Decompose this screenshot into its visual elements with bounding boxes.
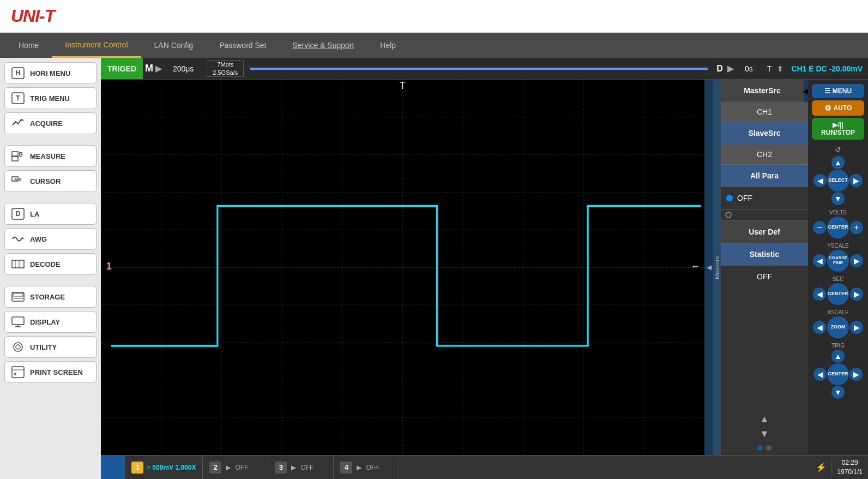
trig-center-button[interactable]: CENTER [827, 363, 849, 385]
ch3-arrow: ▶ [291, 464, 296, 471]
ch4-status[interactable]: 4 ▶ OFF [334, 456, 399, 479]
measure-button[interactable]: B MEASURE [4, 145, 97, 167]
statistic-button[interactable]: Statistic [721, 243, 808, 266]
nav-instrument-control[interactable]: Instrument Control [52, 33, 141, 58]
scroll-down-button[interactable]: ▼ [760, 428, 769, 440]
master-src-button[interactable]: MasterSrc [721, 80, 804, 102]
svg-rect-12 [12, 260, 24, 268]
xscale-left-button[interactable]: ◀ [813, 321, 826, 334]
xscale-center-button[interactable]: ZOOM [827, 316, 849, 338]
utility-button[interactable]: UTILITY [4, 336, 97, 358]
volts-plus-button[interactable]: + [850, 221, 863, 234]
select-left-button[interactable]: ◀ [813, 174, 827, 187]
svg-rect-4 [12, 152, 18, 156]
yscale-right-button[interactable]: ▶ [850, 254, 863, 267]
svg-point-21 [16, 345, 20, 349]
usb-icon: ⚡ [811, 462, 831, 472]
select-center-button[interactable]: SELECT [827, 170, 849, 191]
slave-src-button[interactable]: SlaveSrc [721, 122, 808, 145]
scope-area: TRIGED M ▶ 200μs 7Mpts 2.5GSa/s D ▶ 0s T… [101, 58, 868, 479]
measure-sidebar-bar: Measure [713, 80, 721, 455]
sample-pts: 7Mpts 2.5GSa/s [207, 60, 244, 77]
trig-right-button[interactable]: ▶ [849, 368, 863, 381]
grid-layout-button[interactable] [101, 456, 125, 480]
panel-collapse-btn[interactable]: ◀ [804, 80, 808, 102]
nav-service-support[interactable]: Service & Support [280, 33, 367, 58]
nav-password-set[interactable]: Password Set [206, 33, 279, 58]
triged-indicator: TRIGED [101, 58, 143, 79]
sec-left-button[interactable]: ◀ [813, 288, 826, 301]
trig-down-button[interactable]: ▼ [831, 386, 845, 399]
ch2-select-button[interactable]: CH2 [721, 145, 808, 165]
svg-rect-49 [113, 461, 119, 467]
xscale-right-button[interactable]: ▶ [850, 321, 863, 334]
hori-menu-button[interactable]: H HORI MENU [4, 62, 97, 84]
off2-button[interactable]: OFF [721, 266, 808, 288]
auto-button[interactable]: ⚙ AUTO [812, 100, 865, 116]
select-down-button[interactable]: ▼ [831, 192, 845, 205]
runstop-button[interactable]: ▶/|| RUN/STOP [812, 118, 865, 140]
ch1-select-button[interactable]: CH1 [721, 102, 808, 122]
yscale-center-button[interactable]: COARSEFINE [827, 250, 849, 272]
volts-center-button[interactable]: CENTER [827, 217, 849, 238]
menu-button[interactable]: ☰ MENU [812, 84, 865, 98]
user-def-button[interactable]: User Def [721, 221, 808, 243]
svg-text:A: A [14, 177, 17, 182]
nav-lan-config[interactable]: LAN Config [141, 33, 207, 58]
yscale-left-button[interactable]: ◀ [813, 254, 826, 267]
svg-text:T: T [400, 81, 406, 92]
scroll-up-button[interactable]: ▲ [760, 414, 769, 425]
storage-label: STORAGE [30, 293, 65, 301]
sec-right-button[interactable]: ▶ [850, 288, 863, 301]
trig-menu-label: TRIG MENU [30, 94, 70, 103]
header: UNI-T [0, 0, 868, 33]
mini-waveform [250, 68, 708, 70]
ch3-status[interactable]: 3 ▶ OFF [268, 456, 334, 479]
trig-menu-button[interactable]: T TRIG MENU [4, 87, 97, 109]
right-controls-panel: ☰ MENU ⚙ AUTO ▶/|| RUN/STOP ↺ ▲ [808, 80, 868, 455]
svg-rect-50 [106, 468, 112, 474]
measure-collapse-left[interactable]: ◀ [704, 80, 713, 455]
time-value: 02:29 [842, 459, 858, 466]
scope-screen[interactable]: T 1 ← [101, 80, 704, 455]
scope-status-bar: TRIGED M ▶ 200μs 7Mpts 2.5GSa/s D ▶ 0s T… [101, 58, 868, 80]
sec-center-button[interactable]: CENTER [827, 283, 849, 305]
acquire-icon [10, 117, 26, 129]
hori-menu-icon: H [10, 67, 26, 79]
hori-menu-label: HORI MENU [30, 69, 70, 77]
decode-button[interactable]: DECODE [4, 253, 97, 275]
trig-left-button[interactable]: ◀ [813, 368, 827, 381]
svg-text:T: T [16, 94, 20, 102]
off1-label: OFF [737, 194, 752, 202]
cursor-button[interactable]: AB CURSOR [4, 170, 97, 192]
svg-text:D: D [16, 210, 21, 218]
select-up-button[interactable]: ▲ [831, 156, 845, 169]
select-refresh-button[interactable]: ↺ [833, 144, 843, 155]
svg-rect-5 [12, 157, 18, 161]
left-sidebar: H HORI MENU T TRIG MENU ACQUIRE B MEASUR… [0, 58, 101, 479]
ch1-status[interactable]: 1 ≡ 500mV 1.000X [125, 456, 203, 479]
svg-text:B: B [19, 177, 22, 182]
storage-icon [10, 291, 26, 303]
measure-label: MEASURE [30, 152, 65, 160]
ch2-status[interactable]: 2 ▶ OFF [203, 456, 268, 479]
all-para-button[interactable]: All Para [721, 165, 808, 187]
select-right-button[interactable]: ▶ [849, 174, 863, 187]
display-button[interactable]: DISPLAY [4, 311, 97, 333]
trig-up-button[interactable]: ▲ [831, 350, 845, 363]
logo: UNI-T [11, 6, 55, 26]
nav-home[interactable]: Home [5, 33, 52, 58]
ch-info: CH1 E DC -20.00mV [786, 64, 868, 73]
awg-button[interactable]: AWG [4, 228, 97, 250]
la-button[interactable]: D LA [4, 203, 97, 225]
acquire-button[interactable]: ACQUIRE [4, 112, 97, 134]
print-screen-button[interactable]: X PRINT SCREEN [4, 361, 97, 383]
storage-button[interactable]: STORAGE [4, 286, 97, 308]
display-icon [10, 316, 26, 328]
measure-icon: B [10, 150, 26, 162]
radio-blue [726, 195, 733, 201]
trig-knob-group: TRIG ▲ ◀ CENTER ▶ [810, 343, 866, 399]
menu-icon: ☰ [824, 87, 830, 95]
volts-minus-button[interactable]: − [813, 221, 826, 234]
nav-help[interactable]: Help [367, 33, 409, 58]
